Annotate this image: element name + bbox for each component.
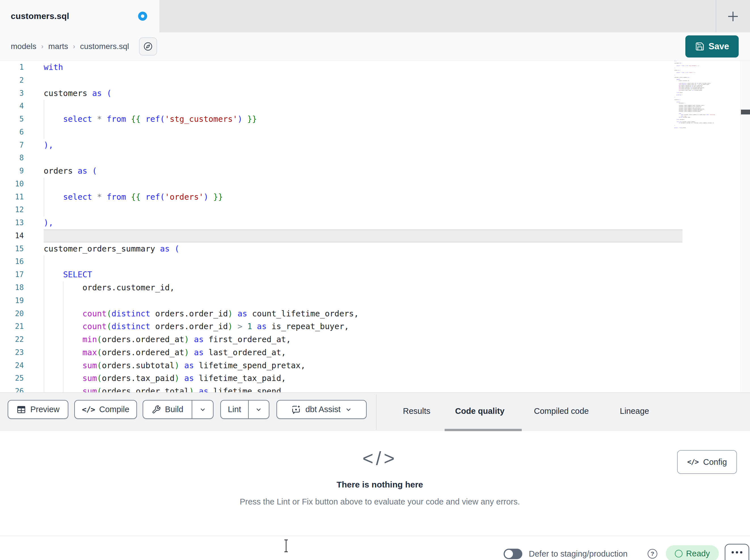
code-line[interactable]: select * from {{ ref('orders') }} [44,191,683,204]
code-row[interactable]: 11 select * from {{ ref('orders') }} [0,191,750,204]
breadcrumb-item-marts[interactable]: marts [48,42,68,51]
code-row[interactable]: 21 count(distinct orders.order_id) > 1 a… [0,320,750,333]
code-line[interactable]: customer_orders_summary as ( [44,243,683,255]
code-line[interactable]: SELECT [44,268,683,281]
lint-dropdown-button[interactable] [249,400,269,418]
code-row[interactable]: 16 [0,255,750,268]
line-number: 3 [0,87,44,100]
new-tab-button[interactable] [722,5,744,28]
code-row[interactable]: 4 [0,100,750,113]
code-row[interactable]: 9orders as ( [0,165,750,178]
line-number: 14 [0,229,44,243]
code-line[interactable]: sum(orders.tax_paid) as lifetime_tax_pai… [44,372,683,385]
indent-guide [44,178,44,217]
code-row[interactable]: 7), [0,139,750,152]
code-row[interactable]: 26 sum(orders.order_total) as lifetime_s… [0,385,750,392]
code-row[interactable]: 1with [0,61,750,74]
defer-toggle[interactable] [504,549,522,559]
code-row[interactable]: 8 [0,151,750,165]
breadcrumb: models › marts › customers.sql [11,32,129,61]
code-line[interactable]: min(orders.ordered_at) as first_ordered_… [44,333,683,346]
minimap[interactable]: with customers as ( select * from {{ ref… [674,61,741,130]
line-number: 24 [0,359,44,372]
text-cursor-icon [283,539,289,553]
code-line[interactable] [44,100,683,113]
lint-split-button: Lint [220,400,269,419]
code-row[interactable]: 3customers as ( [0,87,750,100]
code-line[interactable] [44,255,683,268]
code-row[interactable]: 6 [0,126,750,139]
code-line[interactable]: sum(orders.order_total) as lifetime_spen… [44,385,683,392]
indent-guide [44,100,44,139]
code-line[interactable]: sum(orders.subtotal) as lifetime_spend_p… [44,359,683,372]
compile-button[interactable]: </> Compile [74,400,137,419]
build-dropdown-button[interactable] [192,400,213,418]
code-line[interactable] [44,178,683,191]
more-options-button[interactable] [725,544,749,560]
editor-scrollbar [741,61,750,392]
file-tab-customers-sql[interactable]: customers.sql [0,0,159,32]
code-row[interactable]: 24 sum(orders.subtotal) as lifetime_spen… [0,359,750,372]
code-row[interactable]: 15customer_orders_summary as ( [0,243,750,255]
tab-lineage[interactable]: Lineage [620,393,649,429]
code-row[interactable]: 23 max(orders.ordered_at) as last_ordere… [0,346,750,359]
preview-button[interactable]: Preview [8,400,68,419]
code-row[interactable]: 12 [0,203,750,216]
code-line[interactable] [44,203,683,216]
code-row[interactable]: 18 orders.customer_id, [0,281,750,294]
lineage-navigate-button[interactable] [139,37,157,56]
code-line[interactable]: select * from {{ ref('stg_customers') }} [44,113,683,126]
code-row[interactable]: 17 SELECT [0,268,750,281]
code-line[interactable] [44,74,683,87]
indent-guide [44,255,44,392]
tab-code-quality[interactable]: Code quality [455,393,505,429]
defer-label: Defer to staging/production [529,549,628,559]
breadcrumb-item-file[interactable]: customers.sql [80,42,129,51]
code-line[interactable]: count(distinct orders.order_id) as count… [44,307,683,320]
ellipsis-icon [736,551,738,554]
line-number: 17 [0,268,44,281]
dbt-assist-button[interactable]: dbt Assist [276,400,367,419]
ellipsis-icon [740,551,742,554]
toolbar-separator [376,395,377,430]
line-number: 6 [0,126,44,139]
line-number: 7 [0,139,44,152]
code-line[interactable] [44,126,683,139]
code-line[interactable]: with [44,61,683,74]
ellipsis-icon [732,551,734,554]
code-line[interactable]: orders.customer_id, [44,281,683,294]
code-row[interactable]: 13), [0,216,750,229]
save-button[interactable]: Save [685,36,739,58]
empty-state-subtitle: Press the Lint or Fix button above to ev… [9,497,750,506]
code-area: 1with2 3customers as (4 5 select * from … [0,61,750,392]
breadcrumb-item-models[interactable]: models [11,42,36,51]
code-row[interactable]: 19 [0,294,750,307]
code-line[interactable]: ), [44,216,683,229]
code-line[interactable] [44,294,683,307]
breadcrumb-separator: › [73,42,75,50]
build-button[interactable]: Build [143,400,192,418]
code-row[interactable]: 5 select * from {{ ref('stg_customers') … [0,113,750,126]
code-row[interactable]: 2 [0,74,750,87]
code-row[interactable]: 20 count(distinct orders.order_id) as co… [0,307,750,320]
code-brackets-icon: </> [9,449,750,468]
config-button[interactable]: </> Config [677,450,737,474]
help-icon[interactable]: ? [648,549,657,559]
toggle-knob [505,550,513,558]
code-row[interactable]: 25 sum(orders.tax_paid) as lifetime_tax_… [0,372,750,385]
tab-compiled-code[interactable]: Compiled code [534,393,589,429]
code-row[interactable]: 22 min(orders.ordered_at) as first_order… [0,333,750,346]
lint-button[interactable]: Lint [221,400,248,418]
code-line[interactable] [44,229,683,243]
code-line[interactable]: ), [44,139,683,152]
code-row[interactable]: 14 [0,229,750,243]
code-line[interactable]: orders as ( [44,165,683,178]
editor-scrollbar-thumb[interactable] [741,110,750,115]
sql-editor[interactable]: 1with2 3customers as (4 5 select * from … [0,61,750,392]
code-line[interactable] [44,151,683,165]
code-line[interactable]: max(orders.ordered_at) as last_ordered_a… [44,346,683,359]
tab-results[interactable]: Results [403,393,430,429]
code-line[interactable]: count(distinct orders.order_id) > 1 as i… [44,320,683,333]
code-line[interactable]: customers as ( [44,87,683,100]
code-row[interactable]: 10 [0,178,750,191]
